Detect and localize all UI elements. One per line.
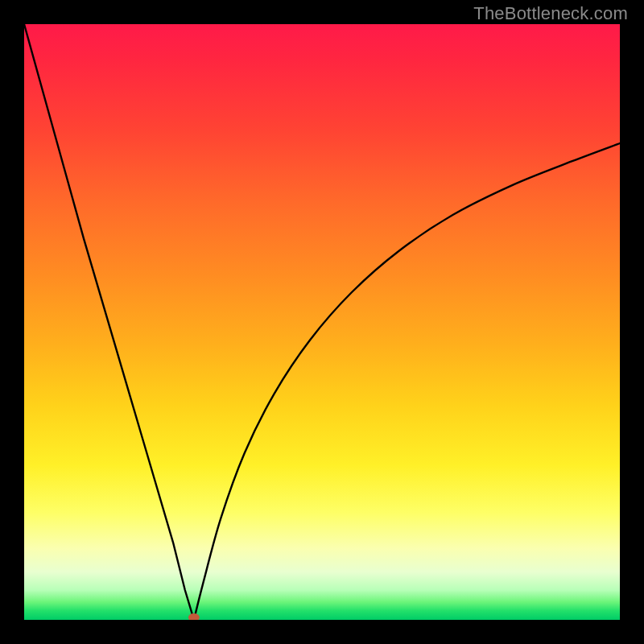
minimum-marker <box>188 613 200 620</box>
line-left-branch <box>24 24 194 620</box>
curve-svg <box>24 24 620 620</box>
line-right-branch <box>194 143 620 620</box>
plot-area <box>24 24 620 620</box>
series-right-branch <box>194 143 620 620</box>
chart-container: TheBottleneck.com <box>0 0 644 644</box>
series-left-branch <box>24 24 194 620</box>
watermark-text: TheBottleneck.com <box>473 3 628 24</box>
